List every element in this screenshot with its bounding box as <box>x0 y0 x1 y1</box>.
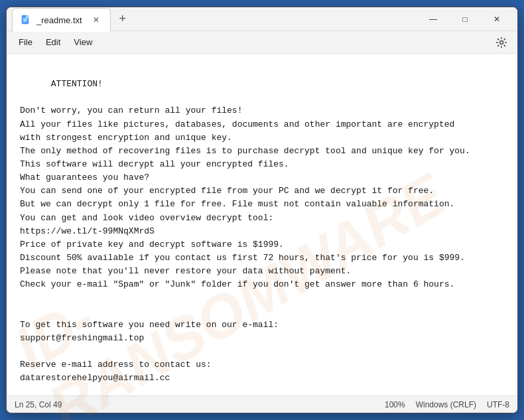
menu-view[interactable]: View <box>67 35 99 50</box>
file-icon <box>21 15 31 25</box>
notepad-window: _readme.txt ✕ + — □ ✕ <box>6 7 518 413</box>
tab-close-button[interactable]: ✕ <box>90 14 102 26</box>
menu-bar: File Edit View <box>7 31 517 54</box>
title-bar: _readme.txt ✕ + — □ ✕ <box>7 7 517 31</box>
minimize-button[interactable]: — <box>418 9 448 30</box>
status-right: 100% Windows (CRLF) UTF-8 <box>385 400 509 409</box>
menu-items: File Edit View <box>12 35 99 50</box>
svg-rect-1 <box>26 15 29 18</box>
active-tab[interactable]: _readme.txt ✕ <box>12 8 111 32</box>
line-col: Ln 25, Col 49 <box>15 400 62 409</box>
maximize-button[interactable]: □ <box>450 9 480 30</box>
status-bar: Ln 25, Col 49 100% Windows (CRLF) UTF-8 <box>7 395 517 413</box>
zoom-level[interactable]: 100% <box>385 400 405 409</box>
line-ending[interactable]: Windows (CRLF) <box>416 400 476 409</box>
tab-title: _readme.txt <box>36 15 82 25</box>
menu-file[interactable]: File <box>12 35 39 50</box>
settings-button[interactable] <box>491 32 512 53</box>
text-content[interactable]: ATTENTION! Don't worry, you can return a… <box>7 54 517 395</box>
window-controls: — □ ✕ <box>418 9 512 30</box>
svg-point-5 <box>500 40 503 44</box>
close-button[interactable]: ✕ <box>482 9 512 30</box>
new-tab-button[interactable]: + <box>113 10 132 29</box>
encoding[interactable]: UTF-8 <box>487 400 509 409</box>
status-left: Ln 25, Col 49 <box>15 400 62 409</box>
menu-edit[interactable]: Edit <box>39 35 67 50</box>
title-bar-left: _readme.txt ✕ + <box>12 7 418 31</box>
